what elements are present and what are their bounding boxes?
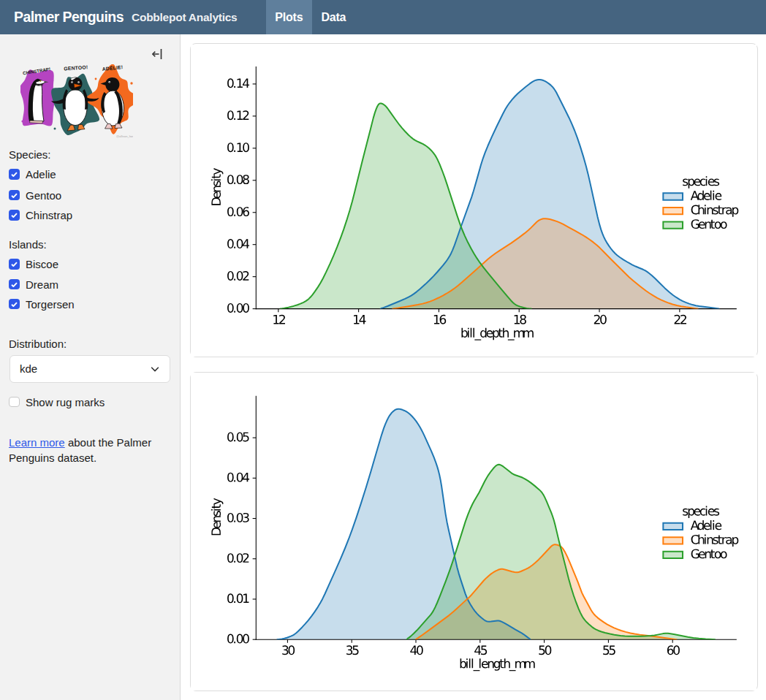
svg-text:GENTOO!: GENTOO! [64, 64, 88, 71]
svg-text:ADÉLIE!: ADÉLIE! [102, 64, 123, 72]
svg-text:@allison_horst: @allison_horst [116, 134, 133, 138]
